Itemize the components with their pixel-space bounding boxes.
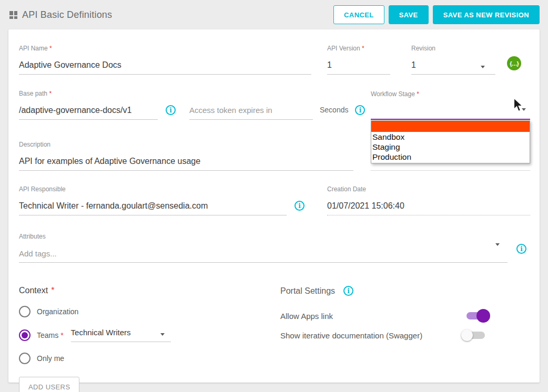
api-name-value[interactable]: Adaptive Governance Docs <box>19 56 311 75</box>
workflow-stage-dropdown-list: Sandbox Staging Production <box>371 120 530 163</box>
workflow-stage-select[interactable]: Workflow Stage * Sandbox Staging Product… <box>371 90 530 120</box>
revision-select[interactable]: Revision 1 <box>411 45 495 75</box>
dropdown-option-staging[interactable]: Staging <box>371 142 530 152</box>
workflow-stage-value[interactable] <box>371 102 530 120</box>
required-asterisk: * <box>417 90 419 98</box>
allow-apps-link-row: Allow Apps link <box>280 310 490 322</box>
chevron-down-icon[interactable] <box>495 243 500 246</box>
dropdown-option-sandbox[interactable]: Sandbox <box>371 132 530 142</box>
attributes-placeholder[interactable]: Add tags... <box>19 244 508 263</box>
required-asterisk: * <box>362 45 364 52</box>
api-responsible-field[interactable]: API Responsible Technical Writer - ferna… <box>19 185 287 215</box>
creation-date-field: Creation Date 01/07/2021 15:06:40 <box>327 185 530 215</box>
api-version-field[interactable]: API Version * 1 <box>327 45 390 75</box>
access-token-info-icon[interactable]: i <box>355 105 365 115</box>
revision-label: Revision <box>411 45 495 52</box>
radio-organization[interactable] <box>19 306 31 317</box>
description-value[interactable]: API for examples of Adaptive Governance … <box>19 152 353 171</box>
context-option-teams[interactable]: Teams * Technical Writers <box>19 328 280 342</box>
dropdown-option-production[interactable]: Production <box>371 152 530 162</box>
radio-only-me[interactable] <box>19 353 31 364</box>
api-basic-definitions-card: API Name * Adaptive Governance Docs API … <box>8 29 540 383</box>
radio-teams[interactable] <box>19 329 31 341</box>
radio-only-me-label: Only me <box>37 354 64 363</box>
chevron-down-icon[interactable] <box>481 66 485 68</box>
creation-date-value: 01/07/2021 15:06:40 <box>327 197 530 215</box>
save-button[interactable]: SAVE <box>389 5 429 24</box>
radio-teams-label: Teams <box>37 331 58 339</box>
required-asterisk: * <box>49 90 52 97</box>
api-contract-icon[interactable]: {…} <box>507 56 521 70</box>
attributes-field[interactable]: Attributes Add tags... <box>19 233 508 263</box>
access-token-field[interactable] <box>189 101 313 120</box>
creation-date-label: Creation Date <box>327 185 530 193</box>
description-field[interactable]: Description API for examples of Adaptive… <box>19 141 353 171</box>
show-swagger-row: Show iterative documentation (Swagger) <box>280 329 490 342</box>
teams-select[interactable]: Technical Writers <box>71 328 171 342</box>
attributes-info-icon[interactable]: i <box>516 244 526 254</box>
api-name-label: API Name <box>19 45 48 52</box>
top-bar: API Basic Definitions CANCEL SAVE SAVE A… <box>0 0 548 29</box>
portal-settings-section: Portal Settings i Allow Apps link Show i… <box>280 286 530 392</box>
allow-apps-link-label: Allow Apps link <box>280 312 333 321</box>
show-swagger-label: Show iterative documentation (Swagger) <box>280 331 422 340</box>
api-responsible-info-icon[interactable]: i <box>295 201 305 211</box>
context-option-only-me[interactable]: Only me <box>19 352 280 365</box>
chevron-down-icon[interactable] <box>522 108 526 111</box>
cancel-button[interactable]: CANCEL <box>333 5 384 24</box>
teams-select-value[interactable]: Technical Writers <box>71 328 171 342</box>
base-path-field[interactable]: Base path * /adaptive-governance-docs/v1 <box>19 90 158 120</box>
required-asterisk: * <box>49 45 52 52</box>
base-path-label: Base path <box>19 90 47 97</box>
dropdown-option-empty[interactable] <box>371 121 530 132</box>
context-section: Context* Organization Teams * Technical … <box>19 286 280 392</box>
add-users-button[interactable]: ADD USERS <box>19 377 79 392</box>
context-option-organization[interactable]: Organization <box>19 305 280 318</box>
description-label: Description <box>19 141 353 148</box>
portal-settings-title: Portal Settings <box>280 286 335 296</box>
radio-organization-label: Organization <box>37 307 78 316</box>
api-responsible-label: API Responsible <box>19 185 287 193</box>
page-title: API Basic Definitions <box>22 9 112 20</box>
api-version-value[interactable]: 1 <box>327 56 390 75</box>
attributes-label: Attributes <box>19 233 508 240</box>
context-title: Context <box>19 286 48 295</box>
base-path-info-icon[interactable]: i <box>166 105 176 115</box>
api-version-label: API Version <box>327 45 360 52</box>
workflow-stage-label: Workflow Stage <box>371 90 415 98</box>
api-name-field[interactable]: API Name * Adaptive Governance Docs <box>19 45 311 75</box>
base-path-value[interactable]: /adaptive-governance-docs/v1 <box>19 101 158 120</box>
save-as-new-revision-button[interactable]: SAVE AS NEW REVISION <box>433 5 540 24</box>
allow-apps-link-toggle[interactable] <box>461 310 490 322</box>
chevron-down-icon[interactable] <box>160 333 165 336</box>
api-responsible-value[interactable]: Technical Writer - fernanda.goulart@sens… <box>19 197 287 215</box>
grid-icon <box>9 11 17 19</box>
portal-settings-info-icon[interactable]: i <box>343 286 353 296</box>
show-swagger-toggle[interactable] <box>461 329 490 342</box>
access-token-input[interactable] <box>189 101 313 120</box>
seconds-label: Seconds <box>320 106 348 114</box>
